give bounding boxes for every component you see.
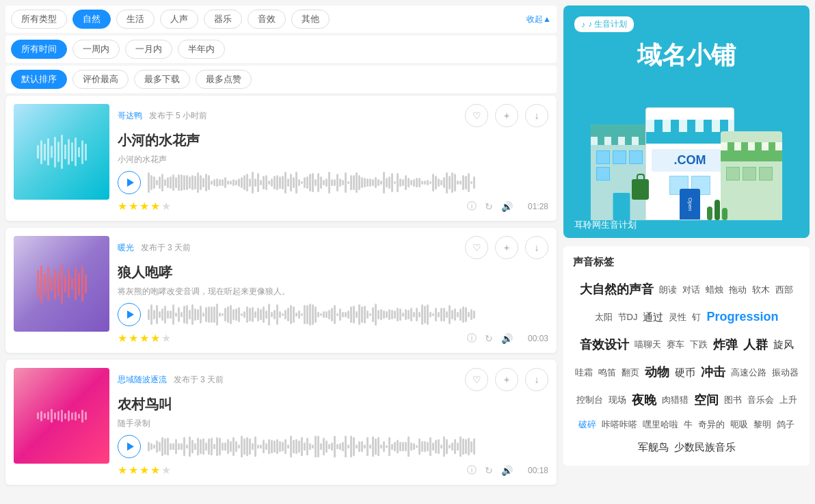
tag-vibrator[interactable]: 振动器 <box>772 364 799 380</box>
tag-cat-chat[interactable]: 喵聊天 <box>634 336 661 352</box>
filter-top-rated[interactable]: 评价最高 <box>72 70 129 89</box>
filter-one-month[interactable]: 一月内 <box>125 40 172 59</box>
tag-inhale[interactable]: 呃吸 <box>730 416 748 432</box>
tag-nature-sound[interactable]: 大自然的声音 <box>580 278 654 300</box>
sound-meta-3: 思域随波逐流 发布于 3 天前 ♡ + ↓ <box>118 368 548 391</box>
tag-dialogue[interactable]: 对话 <box>682 282 700 297</box>
player-row-1 <box>118 170 548 196</box>
loop-icon-1[interactable]: ↻ <box>485 201 493 212</box>
sound-author-2: 暖光 <box>118 243 134 252</box>
volume-icon-3[interactable]: 🔊 <box>501 465 513 476</box>
tag-highway[interactable]: 高速公路 <box>731 364 766 380</box>
sound-title-2: 狼人咆哮 <box>118 263 548 282</box>
tag-dawn[interactable]: 黎明 <box>753 416 771 432</box>
left-roof <box>591 124 652 145</box>
tag-pigeon[interactable]: 鸽子 <box>777 416 794 432</box>
tag-pass[interactable]: 通过 <box>643 308 663 326</box>
tag-impact[interactable]: 冲击 <box>701 361 725 383</box>
tag-spirit[interactable]: 灵性 <box>669 309 686 325</box>
star-1-4: ★ <box>150 200 160 213</box>
filter-most-downloads[interactable]: 最多下载 <box>134 70 190 89</box>
filter-all-types[interactable]: 所有类型 <box>11 10 67 29</box>
sound-thumbnail-1 <box>14 104 109 200</box>
info-icon-3[interactable]: ⓘ <box>467 464 477 477</box>
download-button-2[interactable]: ↓ <box>525 236 548 259</box>
tag-frost[interactable]: 哇霜 <box>575 364 593 380</box>
tag-page-turn[interactable]: 翻页 <box>622 364 639 380</box>
filter-one-week[interactable]: 一周内 <box>72 40 120 59</box>
filter-effects[interactable]: 音效 <box>248 10 286 29</box>
tag-strange[interactable]: 奇异的 <box>698 416 725 432</box>
plant-3 <box>722 208 727 220</box>
play-button-3[interactable] <box>118 435 141 458</box>
tag-cow[interactable]: 牛 <box>684 416 693 432</box>
filter-life[interactable]: 生活 <box>116 10 155 29</box>
loop-icon-2[interactable]: ↻ <box>485 333 493 344</box>
download-button-3[interactable]: ↓ <box>525 368 548 391</box>
play-button-1[interactable] <box>118 171 141 194</box>
tag-coin[interactable]: 硬币 <box>675 363 695 382</box>
star-2-1: ★ <box>118 332 127 345</box>
tag-softwood[interactable]: 软木 <box>752 282 770 297</box>
tag-frigate-bird[interactable]: 军舰鸟 <box>638 438 669 456</box>
sound-author-info-1: 哥达鸭 发布于 5 小时前 <box>118 110 207 122</box>
download-button-1[interactable]: ↓ <box>525 104 548 127</box>
tag-bomb[interactable]: 炸弹 <box>713 334 738 356</box>
filter-voice[interactable]: 人声 <box>160 10 198 29</box>
tag-sound-design[interactable]: 音效设计 <box>580 334 629 356</box>
tag-animal[interactable]: 动物 <box>645 361 669 383</box>
tag-whistle[interactable]: 鸣笛 <box>598 364 616 380</box>
sound-actions-3: ♡ + ↓ <box>465 368 548 391</box>
tag-concert[interactable]: 音乐会 <box>747 392 774 408</box>
tag-click[interactable]: 咔嗒咔嗒 <box>602 416 637 432</box>
volume-icon-1[interactable]: 🔊 <box>501 201 513 212</box>
like-button-2[interactable]: ♡ <box>465 236 488 259</box>
filter-default-sort[interactable]: 默认排序 <box>11 70 67 89</box>
stars-2: ★ ★ ★ ★ ★ <box>118 332 171 345</box>
tag-shatter[interactable]: 破碎 <box>578 416 596 432</box>
ad-banner: ♪ ♪ 生音计划 域名小铺 <box>563 5 810 238</box>
play-button-2[interactable] <box>118 303 141 326</box>
add-button-3[interactable]: + <box>495 368 518 391</box>
collapse-button[interactable]: 收起▲ <box>526 14 551 25</box>
tag-rise[interactable]: 上升 <box>779 392 797 408</box>
add-button-2[interactable]: + <box>495 236 518 259</box>
star-3-5: ★ <box>161 464 171 477</box>
filter-nature[interactable]: 自然 <box>72 10 111 29</box>
info-icon-1[interactable]: ⓘ <box>467 200 477 213</box>
tag-sun[interactable]: 太阳 <box>595 309 613 325</box>
tag-space[interactable]: 空间 <box>694 389 719 411</box>
tag-progression[interactable]: Progression <box>706 306 778 328</box>
star-2-3: ★ <box>139 332 149 345</box>
add-button-1[interactable]: + <box>495 104 518 127</box>
sidebar: ♪ ♪ 生音计划 域名小铺 <box>563 5 810 499</box>
like-button-3[interactable]: ♡ <box>465 368 488 391</box>
tag-crowd[interactable]: 人群 <box>743 334 768 356</box>
tag-hey[interactable]: 嘿里哈啦 <box>643 416 678 432</box>
info-icon-2[interactable]: ⓘ <box>467 332 477 345</box>
filter-other[interactable]: 其他 <box>291 10 330 29</box>
tag-racing[interactable]: 赛车 <box>667 336 684 352</box>
tag-books[interactable]: 图书 <box>724 392 742 408</box>
tag-west[interactable]: 西部 <box>775 282 793 297</box>
like-button-1[interactable]: ♡ <box>465 104 488 127</box>
tag-hunting[interactable]: 肉猎猎 <box>662 392 689 408</box>
filter-half-year[interactable]: 半年内 <box>178 40 225 59</box>
tag-reading[interactable]: 朗读 <box>659 282 677 297</box>
sound-desc-1: 小河的水花声 <box>118 154 548 165</box>
tag-candle[interactable]: 蜡烛 <box>706 282 723 297</box>
tag-live[interactable]: 现场 <box>609 392 626 408</box>
tag-nail[interactable]: 钉 <box>692 309 701 325</box>
filter-instrument[interactable]: 器乐 <box>204 10 242 29</box>
filter-all-time[interactable]: 所有时间 <box>11 40 67 59</box>
tag-fall[interactable]: 下跌 <box>690 336 708 352</box>
tag-drag[interactable]: 拖动 <box>729 282 747 297</box>
loop-icon-3[interactable]: ↻ <box>485 465 493 476</box>
tag-console[interactable]: 控制台 <box>576 392 603 408</box>
filter-most-likes[interactable]: 最多点赞 <box>196 70 252 89</box>
tag-dj[interactable]: 节DJ <box>618 309 638 325</box>
volume-icon-2[interactable]: 🔊 <box>501 333 513 344</box>
tag-night[interactable]: 夜晚 <box>632 389 656 411</box>
tag-ethnic-music[interactable]: 少数民族音乐 <box>674 438 736 456</box>
tag-whirlwind[interactable]: 旋风 <box>773 335 794 354</box>
